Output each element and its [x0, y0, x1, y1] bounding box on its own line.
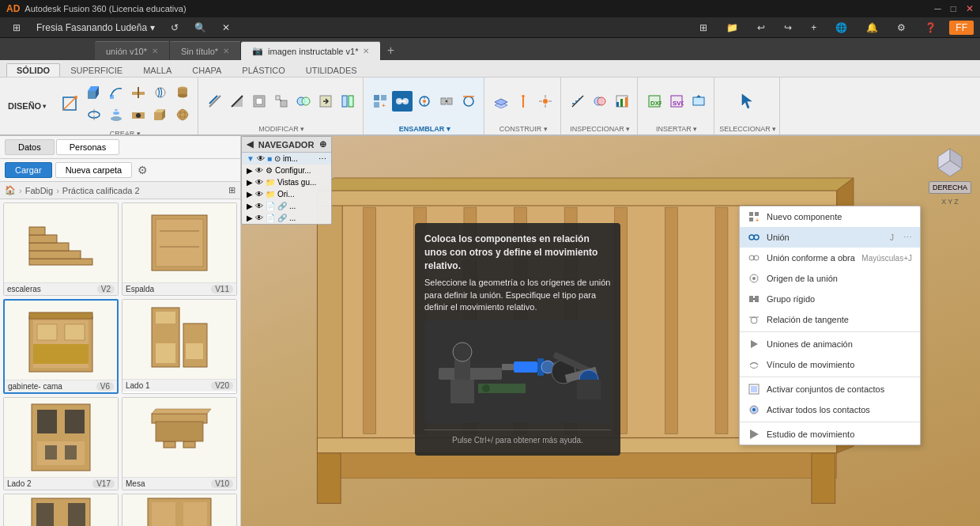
menu-estudio-movimiento[interactable]: Estudio de movimiento	[740, 424, 920, 445]
calcomania-button[interactable]	[688, 91, 709, 112]
nav-link1-item[interactable]: ▶ 👁 📄 🔗 ...	[242, 200, 331, 212]
origen-union-button[interactable]	[414, 91, 435, 112]
globe-icon[interactable]: 🌐	[829, 21, 854, 35]
lado1-version[interactable]: V20	[211, 381, 233, 390]
insertar-svg-button[interactable]: SVG	[666, 91, 687, 112]
nuevo-componente-button[interactable]: +	[370, 91, 390, 112]
mesa-version[interactable]: V10	[211, 479, 233, 488]
menu-union[interactable]: Unión J ⋯	[740, 227, 920, 248]
datos-tab[interactable]: Datos	[5, 139, 55, 155]
menu-activar-todos-contactos[interactable]: Activar todos los contactos	[740, 399, 920, 420]
nueva-carpeta-button[interactable]: Nueva carpeta	[55, 162, 133, 178]
folder-icon[interactable]: 📁	[720, 21, 744, 35]
app-menu-toggle[interactable]: ⊞	[6, 21, 27, 35]
espalda-version[interactable]: V11	[211, 285, 233, 293]
mode-tab-solido[interactable]: SÓLIDO	[6, 63, 60, 77]
search-button[interactable]: 🔍	[188, 21, 213, 35]
view-axis-x[interactable]: X	[941, 198, 946, 206]
insertar-dxf-button[interactable]: DXF	[644, 91, 665, 112]
chaflan-button[interactable]	[227, 91, 247, 112]
practica-link[interactable]: Práctica calificada 2	[62, 186, 140, 195]
mode-tab-malla[interactable]: MALLA	[133, 63, 182, 77]
settings-icon[interactable]: ⚙	[891, 21, 912, 35]
eje-button[interactable]	[513, 91, 533, 112]
mode-tab-plastico[interactable]: PLÁSTICO	[232, 63, 295, 77]
nav-ori-item[interactable]: ▶ 👁 📁 Ori...	[242, 188, 331, 200]
tangente-button[interactable]	[458, 91, 479, 112]
component-lado1[interactable]: Lado 1 V20	[122, 299, 237, 394]
personas-tab[interactable]: Personas	[56, 139, 119, 155]
medir-button[interactable]	[567, 91, 588, 112]
add-tab-icon[interactable]: +	[805, 21, 823, 35]
agujero-button[interactable]	[128, 104, 149, 125]
union-button[interactable]	[392, 91, 413, 112]
seleccionar-button[interactable]	[735, 85, 760, 118]
analisis-button[interactable]	[612, 91, 632, 112]
tab-close-imagen[interactable]: ✕	[363, 47, 369, 55]
escala-button[interactable]	[271, 91, 292, 112]
menu-origen-union[interactable]: Origen de la unión	[740, 268, 920, 289]
menu-nuevo-componente[interactable]: + Nuevo componente	[740, 206, 920, 227]
component-gabinete[interactable]: gabinete- cama V6	[3, 299, 119, 394]
viewport[interactable]: ◀ NAVEGADOR ⊕ ▼ 👁 ■ ⊙ im... ⋯ ▶ 👁 ⚙ Conf…	[241, 136, 980, 526]
nav-configur-eye-icon[interactable]: 👁	[255, 166, 263, 175]
diseno-section-btn[interactable]: DISEÑO ▾	[3, 99, 51, 113]
component-pared-cama[interactable]: Pared de la cama V10	[122, 494, 237, 526]
union-more-icon[interactable]: ⋯	[903, 233, 912, 243]
component-lado2[interactable]: Lado 2 V17	[3, 397, 119, 490]
esfera-button[interactable]	[172, 104, 193, 125]
close-button[interactable]: ✕	[966, 3, 974, 14]
escaleras-version[interactable]: V2	[97, 285, 115, 293]
solevacion-button[interactable]	[106, 104, 126, 125]
panel-settings-icon[interactable]: ⚙	[135, 163, 149, 177]
revolucion-button[interactable]	[84, 104, 104, 125]
nav-link2-item[interactable]: ▶ 👁 📄 🔗 ...	[242, 212, 331, 224]
menu-union-conforme[interactable]: Unión conforme a obra Mayúsculas+J	[740, 248, 920, 268]
component-mesa[interactable]: Mesa V10	[122, 397, 237, 490]
gabinete-version[interactable]: V6	[96, 382, 114, 391]
maximize-button[interactable]: □	[951, 3, 956, 14]
tab-union[interactable]: unión v10* ✕	[95, 41, 170, 60]
tab-imagen[interactable]: 📷 imagen instructable v1* ✕	[241, 41, 381, 60]
add-tab-button[interactable]: +	[381, 41, 400, 60]
mode-tab-utilidades[interactable]: UTILIDADES	[296, 63, 368, 77]
nav-link2-eye-icon[interactable]: 👁	[255, 214, 263, 222]
component-escaleras[interactable]: escaleras V2	[3, 202, 119, 296]
nav-vistas-eye-icon[interactable]: 👁	[255, 178, 263, 187]
mode-tab-chapa[interactable]: CHAPA	[182, 63, 232, 77]
close-project-button[interactable]: ✕	[216, 21, 236, 35]
dividir-button[interactable]	[337, 91, 358, 112]
cilindro-button[interactable]	[172, 82, 193, 103]
menu-uniones-animacion[interactable]: Uniones de animación	[740, 334, 920, 354]
notification-icon[interactable]: 🔔	[860, 21, 884, 35]
extruir-button[interactable]	[84, 82, 104, 103]
interferencia-button[interactable]	[590, 91, 610, 112]
nav-link1-eye-icon[interactable]: 👁	[255, 202, 263, 210]
hilo-button[interactable]	[150, 82, 171, 103]
component-espalda[interactable]: Espalda V11	[122, 202, 237, 296]
tab-sintitulo[interactable]: Sin título* ✕	[170, 41, 241, 60]
grupo-rigido-button[interactable]	[436, 91, 457, 112]
view-derecha-button[interactable]: DERECHA	[929, 181, 971, 194]
component-pared2[interactable]: pared 2 V4	[3, 494, 119, 526]
refresh-button[interactable]: ↺	[164, 21, 185, 35]
menu-vinculo-movimiento[interactable]: Vínculo de movimiento	[740, 354, 920, 375]
minimize-button[interactable]: ─	[934, 3, 941, 14]
menu-grupo-rigido[interactable]: Grupo rígido	[740, 289, 920, 309]
user-menu[interactable]: Fresia Fasanando Ludeña ▾	[30, 21, 161, 35]
lado2-version[interactable]: V17	[92, 479, 115, 488]
nervio-button[interactable]	[128, 82, 149, 103]
tab-close-union[interactable]: ✕	[152, 47, 158, 55]
plano-offset-button[interactable]	[491, 91, 511, 112]
view-axis-y[interactable]: Y	[948, 198, 952, 206]
punto-button[interactable]	[535, 91, 556, 112]
caja-button[interactable]	[150, 104, 171, 125]
undo-icon[interactable]: ↩	[751, 21, 771, 35]
nav-eye-icon[interactable]: 👁	[257, 154, 265, 163]
view-axis-z[interactable]: Z	[954, 198, 959, 206]
nav-collapse-icon[interactable]: ◀	[247, 139, 253, 149]
vaciado-button[interactable]	[249, 91, 270, 112]
nav-options-icon[interactable]: ⊕	[319, 139, 326, 149]
fabdig-link[interactable]: FabDig	[25, 186, 53, 195]
nav-ori-eye-icon[interactable]: 👁	[255, 190, 263, 199]
